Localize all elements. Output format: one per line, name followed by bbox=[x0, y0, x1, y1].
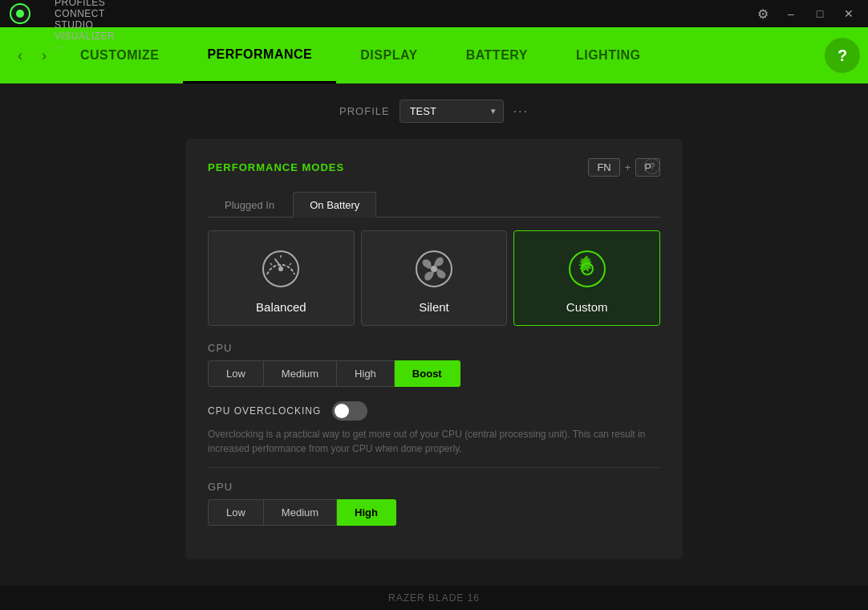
profile-more-button[interactable]: ··· bbox=[513, 104, 529, 119]
gpu-option-low[interactable]: Low bbox=[208, 499, 264, 526]
cpu-option-medium[interactable]: Medium bbox=[264, 360, 337, 387]
mode-tabs: Plugged In On Battery bbox=[208, 191, 660, 218]
title-bar-left: SYNAPSESYSTEMPROFILESCONNECTSTUDIOVISUAL… bbox=[0, 0, 129, 27]
main-content: PROFILE TESTDefaultGaming ▼ ··· PERFORMA… bbox=[0, 83, 868, 586]
fan-icon bbox=[412, 247, 456, 291]
gauge-icon bbox=[259, 247, 302, 291]
gear-icon bbox=[566, 247, 609, 291]
gpu-option-high[interactable]: High bbox=[337, 499, 396, 526]
tab-on-battery[interactable]: On Battery bbox=[293, 192, 376, 218]
nav-forward-arrow[interactable]: › bbox=[32, 39, 56, 71]
maximize-button[interactable]: □ bbox=[807, 1, 833, 26]
nav-item-connect[interactable]: CONNECT bbox=[40, 8, 129, 19]
mode-card-custom[interactable]: Custom bbox=[513, 230, 660, 326]
mode-cards: Balanced Silent bbox=[208, 230, 660, 326]
profile-label: PROFILE bbox=[339, 105, 390, 117]
cpu-option-low[interactable]: Low bbox=[208, 360, 264, 387]
profile-select[interactable]: TESTDefaultGaming bbox=[400, 100, 504, 123]
balanced-label: Balanced bbox=[256, 300, 306, 314]
gpu-options: Low Medium High bbox=[208, 499, 660, 526]
cpu-section: CPU Low Medium High Boost bbox=[208, 342, 660, 387]
perf-help-icon[interactable]: ? bbox=[644, 158, 660, 174]
sec-nav-item-lighting[interactable]: LIGHTING bbox=[552, 27, 664, 83]
gpu-title: GPU bbox=[208, 481, 660, 493]
cpu-title: CPU bbox=[208, 342, 660, 354]
razer-logo bbox=[10, 3, 30, 24]
sec-nav-item-performance[interactable]: PERFORMANCE bbox=[183, 27, 336, 83]
cpu-overclocking-description: Overclocking is a practical way to get m… bbox=[208, 427, 660, 468]
gpu-section: GPU Low Medium High bbox=[208, 481, 660, 526]
profile-row: PROFILE TESTDefaultGaming ▼ ··· bbox=[339, 100, 529, 123]
cpu-options: Low Medium High Boost bbox=[208, 360, 660, 387]
title-bar: SYNAPSESYSTEMPROFILESCONNECTSTUDIOVISUAL… bbox=[0, 0, 868, 27]
tab-plugged-in[interactable]: Plugged In bbox=[208, 192, 291, 218]
settings-button[interactable]: ⚙ bbox=[751, 2, 775, 26]
svg-line-3 bbox=[270, 263, 272, 265]
close-button[interactable]: ✕ bbox=[836, 1, 862, 26]
custom-label: Custom bbox=[566, 300, 608, 314]
logo-button[interactable] bbox=[0, 0, 40, 27]
device-name: RAZER BLADE 16 bbox=[388, 592, 480, 604]
mode-card-balanced[interactable]: Balanced bbox=[208, 230, 355, 326]
silent-label: Silent bbox=[419, 300, 449, 314]
cpu-option-high[interactable]: High bbox=[337, 360, 395, 387]
nav-item-profiles[interactable]: PROFILES bbox=[40, 0, 129, 8]
svg-point-7 bbox=[431, 266, 437, 272]
keybind-fn: FN bbox=[588, 158, 619, 177]
sec-nav-item-battery[interactable]: BATTERY bbox=[442, 27, 552, 83]
gpu-option-medium[interactable]: Medium bbox=[264, 499, 337, 526]
perf-header: PERFORMANCE MODES FN + P bbox=[208, 158, 660, 177]
sec-nav-items: CUSTOMIZEPERFORMANCEDISPLAYBATTERYLIGHTI… bbox=[56, 27, 825, 83]
sec-nav-item-customize[interactable]: CUSTOMIZE bbox=[56, 27, 183, 83]
bottom-bar: RAZER BLADE 16 bbox=[0, 586, 868, 610]
minimize-button[interactable]: – bbox=[778, 1, 804, 26]
sec-nav-item-display[interactable]: DISPLAY bbox=[336, 27, 441, 83]
performance-modes-title: PERFORMANCE MODES bbox=[208, 161, 344, 173]
nav-back-arrow[interactable]: ‹ bbox=[8, 39, 32, 71]
help-button[interactable]: ? bbox=[825, 38, 860, 73]
cpu-overclocking-row: CPU OVERCLOCKING bbox=[208, 401, 660, 421]
keybind-plus: + bbox=[625, 161, 631, 173]
title-bar-right: ⚙ – □ ✕ bbox=[751, 0, 868, 27]
cpu-overclocking-toggle[interactable] bbox=[332, 401, 367, 421]
mode-card-silent[interactable]: Silent bbox=[361, 230, 508, 326]
secondary-nav: ‹ › CUSTOMIZEPERFORMANCEDISPLAYBATTERYLI… bbox=[0, 27, 868, 83]
profile-select-wrapper: TESTDefaultGaming ▼ bbox=[400, 100, 504, 123]
performance-card: PERFORMANCE MODES FN + P ? Plugged In On… bbox=[185, 139, 683, 559]
toggle-knob bbox=[335, 404, 349, 418]
cpu-option-boost[interactable]: Boost bbox=[395, 360, 460, 387]
cpu-overclocking-label: CPU OVERCLOCKING bbox=[208, 405, 321, 417]
svg-line-5 bbox=[290, 263, 291, 265]
